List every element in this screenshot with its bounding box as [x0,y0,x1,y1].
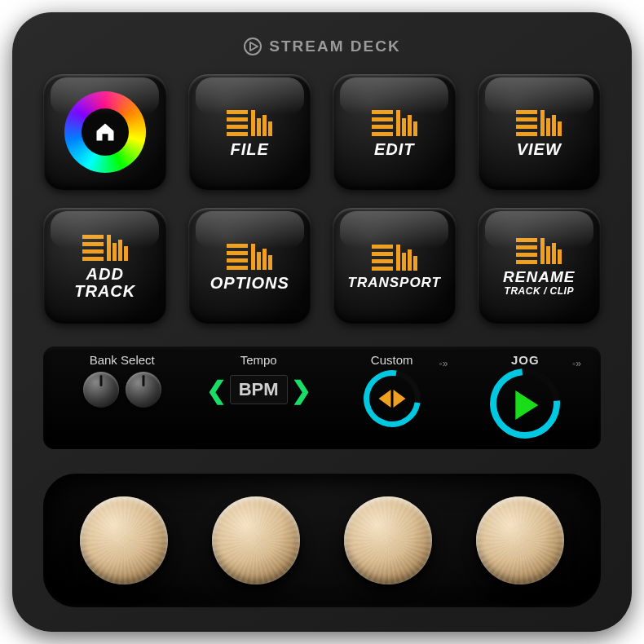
equalizer-icon [227,240,272,270]
strip-tempo[interactable]: Tempo ❮ BPM ❯ [194,353,323,446]
key-sublabel: TRACK / CLIP [505,285,574,297]
key-label: ADD TRACK [74,266,135,300]
physical-knob-3[interactable] [344,496,432,584]
equalizer-icon [516,235,562,264]
signal-icon: ◦» [439,358,448,369]
tempo-value: BPM [230,375,288,404]
rainbow-ring-icon [64,91,146,173]
knob-tray [43,474,601,607]
key-view[interactable]: VIEW [478,74,602,190]
key-label: TRANSPORT [348,276,441,290]
chevron-left-icon: ❮ [206,376,227,404]
strip-bank-select[interactable]: Bank Select [55,353,189,446]
strip-title: Bank Select [90,353,155,367]
key-label: EDIT [374,141,415,158]
key-label: OPTIONS [210,275,289,292]
chevron-right-icon: ❯ [291,376,311,404]
equalizer-icon [372,107,417,136]
equalizer-icon [372,241,417,271]
touch-strip: Bank Select Tempo ❮ BPM ❯ ◦» Custom [43,346,601,449]
key-home[interactable] [43,74,167,190]
strip-jog[interactable]: ◦» JOG [461,353,589,446]
strip-title: Tempo [240,353,277,367]
key-add-track[interactable]: ADD TRACK [43,208,167,324]
bank-knob-right-icon [126,372,161,408]
signal-icon: ◦» [572,358,581,369]
home-icon [94,121,117,143]
equalizer-icon [227,107,272,136]
key-edit[interactable]: EDIT [333,74,457,190]
strip-custom[interactable]: ◦» Custom [328,353,457,446]
jog-ring-icon [476,354,575,452]
elgato-logo-icon [243,37,262,56]
play-icon [516,390,539,420]
custom-dial-icon [352,359,432,439]
key-label: RENAME [503,269,575,285]
bank-knob-left-icon [83,372,119,408]
key-options[interactable]: OPTIONS [188,208,312,324]
key-transport[interactable]: TRANSPORT [333,208,457,324]
strip-title: JOG [511,353,540,367]
key-grid: FILE EDIT VIEW ADD TRACK [43,74,601,324]
strip-title: Custom [371,353,413,367]
physical-knob-1[interactable] [80,496,168,584]
key-file[interactable]: FILE [188,74,312,190]
brand-label: STREAM DECK [43,37,601,56]
physical-knob-2[interactable] [212,496,300,584]
equalizer-icon [82,232,128,261]
key-label: VIEW [517,141,562,158]
equalizer-icon [516,107,562,136]
physical-knob-4[interactable] [476,496,564,584]
stream-deck-device: STREAM DECK FILE EDIT [12,12,632,632]
key-label: FILE [231,141,269,158]
key-rename[interactable]: RENAME TRACK / CLIP [478,208,602,324]
brand-text: STREAM DECK [269,37,400,55]
